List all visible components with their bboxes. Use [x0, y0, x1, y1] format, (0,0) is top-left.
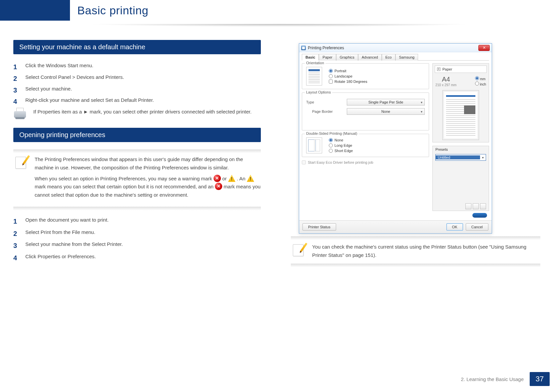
divider-shadow — [291, 236, 540, 241]
radio-duplex-short[interactable]: Short Edge — [329, 149, 353, 153]
default-step-2: Select Control Panel > Devices and Print… — [25, 74, 124, 80]
radio-unit-inch-label: inch — [480, 83, 486, 86]
dialog-title: Printing Preferences — [308, 46, 344, 50]
paper-size-name: A4 — [435, 76, 456, 83]
pref-step-3: Select your machine from the Select Prin… — [25, 241, 123, 247]
group-duplex-legend: Double-Sided Printing (Manual) — [305, 131, 358, 135]
pref-note-seg-a: When you select an option in Printing Pr… — [35, 176, 214, 181]
default-step-4: Right-click your machine and select Set … — [25, 97, 154, 103]
expand-icon — [437, 68, 440, 71]
error-icon — [215, 183, 222, 190]
layout-type-label: Type — [306, 100, 343, 104]
section-printing-preferences: Opening printing preferences — [13, 128, 261, 142]
layout-type-value: Single Page Per Side — [368, 100, 403, 104]
warning-icon — [228, 175, 236, 182]
paper-size-dims: 210 x 297 mm — [435, 83, 456, 87]
tab-graphics[interactable]: Graphics — [336, 54, 358, 61]
orientation-thumb-icon — [306, 67, 322, 86]
paper-panel-title: Paper — [442, 67, 452, 71]
pref-step-1: Open the document you want to print. — [25, 217, 109, 223]
radio-portrait[interactable]: Portrait — [329, 69, 367, 73]
default-step-3: Select your machine. — [25, 86, 72, 92]
pref-note-p2: When you select an option in Printing Pr… — [35, 175, 261, 199]
radio-landscape-label: Landscape — [334, 74, 352, 78]
header: Basic printing — [11, 0, 559, 21]
left-column: Setting your machine as a default machin… — [0, 33, 280, 392]
preset-action-icon[interactable] — [480, 203, 486, 209]
page-number: 37 — [530, 372, 550, 386]
group-layout-legend: Layout Options — [305, 90, 332, 94]
tab-paper[interactable]: Paper — [319, 54, 336, 61]
radio-unit-inch[interactable]: inch — [475, 82, 486, 86]
page-footer: 2. Learning the Basic Usage 37 — [0, 372, 559, 386]
checkbox-rotate180[interactable]: Rotate 180 Degrees — [329, 80, 367, 84]
radio-duplex-long[interactable]: Long Edge — [329, 143, 353, 147]
note-icon — [291, 243, 305, 258]
right-column: Printing Preferences ✕ Basic Paper Graph… — [280, 33, 559, 392]
tab-advanced[interactable]: Advanced — [358, 54, 382, 61]
divider-shadow — [291, 264, 540, 268]
radio-duplex-short-label: Short Edge — [334, 149, 353, 153]
checkbox-rotate180-label: Rotate 180 Degrees — [334, 80, 367, 84]
presets-label: Presets — [433, 146, 489, 153]
presets-panel: Presets Untitled — [432, 146, 489, 211]
tab-eco[interactable]: Eco — [382, 54, 395, 61]
tab-samsung[interactable]: Samsung — [395, 54, 418, 61]
ok-button[interactable]: OK — [446, 223, 463, 231]
preset-action-icon[interactable] — [465, 203, 471, 209]
radio-duplex-long-label: Long Edge — [334, 143, 352, 147]
paper-panel: Paper A4 210 x 297 mm mm inch — [432, 63, 489, 142]
presets-combo[interactable]: Untitled — [435, 154, 486, 161]
header-shadow — [7, 24, 552, 31]
error-icon — [214, 175, 221, 182]
paper-preview — [442, 90, 479, 140]
chapter-title: 2. Learning the Basic Usage — [13, 376, 530, 382]
eco-checkbox-row[interactable]: Start Easy Eco Driver before printing jo… — [302, 160, 429, 164]
presets-value: Untitled — [436, 155, 480, 159]
group-orientation: Orientation Portrait Landscape Rotate 18… — [302, 63, 429, 89]
pref-note-p1: The Printing Preferences window that app… — [35, 155, 261, 172]
paper-panel-header[interactable]: Paper — [435, 66, 487, 73]
group-layout: Layout Options Type Single Page Per Side… — [302, 93, 429, 130]
radio-portrait-label: Portrait — [334, 69, 346, 73]
dialog-footer: Printer Status OK Cancel — [299, 220, 492, 233]
layout-border-combo[interactable]: None — [347, 108, 425, 115]
preset-action-icon[interactable] — [473, 203, 479, 209]
radio-duplex-none[interactable]: None — [329, 138, 353, 142]
right-note-block: You can check the machine's current stat… — [291, 236, 540, 268]
printer-status-note: You can check the machine's current stat… — [312, 243, 540, 260]
group-duplex: Double-Sided Printing (Manual) None Long… — [302, 134, 429, 157]
layout-border-value: None — [381, 109, 390, 113]
close-button[interactable]: ✕ — [478, 45, 490, 51]
printer-icon — [13, 108, 27, 119]
note-icon — [13, 155, 28, 170]
group-orientation-legend: Orientation — [305, 61, 325, 65]
radio-unit-mm-label: mm — [480, 77, 486, 81]
duplex-thumb-icon — [306, 137, 322, 153]
default-printer-note: If Properties item as a ► mark, you can … — [33, 108, 261, 116]
eco-checkbox-label: Start Easy Eco Driver before printing jo… — [308, 160, 373, 164]
pref-step-2: Select Print from the File menu. — [25, 229, 95, 235]
section-default-machine: Setting your machine as a default machin… — [13, 40, 261, 54]
pref-step-4: Click Properties or Preferences. — [25, 254, 96, 259]
dialog-app-icon — [301, 46, 306, 50]
radio-duplex-none-label: None — [334, 138, 343, 142]
warning-icon — [247, 175, 254, 182]
tab-basic[interactable]: Basic — [302, 54, 319, 61]
pref-note-seg-c: . An — [237, 176, 247, 181]
layout-type-combo[interactable]: Single Page Per Side — [347, 99, 425, 105]
samsung-branding — [432, 211, 489, 218]
radio-unit-mm[interactable]: mm — [475, 76, 485, 81]
divider-shadow — [13, 207, 261, 211]
samsung-logo-icon — [472, 213, 487, 218]
dialog-titlebar: Printing Preferences ✕ — [299, 44, 492, 52]
default-step-1: Click the Windows Start menu. — [25, 63, 93, 68]
printer-status-button[interactable]: Printer Status — [302, 223, 336, 231]
radio-landscape[interactable]: Landscape — [329, 74, 367, 78]
layout-border-label: Page Border — [306, 109, 343, 113]
dialog-tabs: Basic Paper Graphics Advanced Eco Samsun… — [302, 54, 489, 61]
cancel-button[interactable]: Cancel — [466, 223, 488, 231]
page-title: Basic printing — [77, 4, 149, 17]
pref-note-seg-d: mark means you can select that certain o… — [35, 184, 215, 189]
pref-note-seg-b: or — [222, 176, 228, 181]
